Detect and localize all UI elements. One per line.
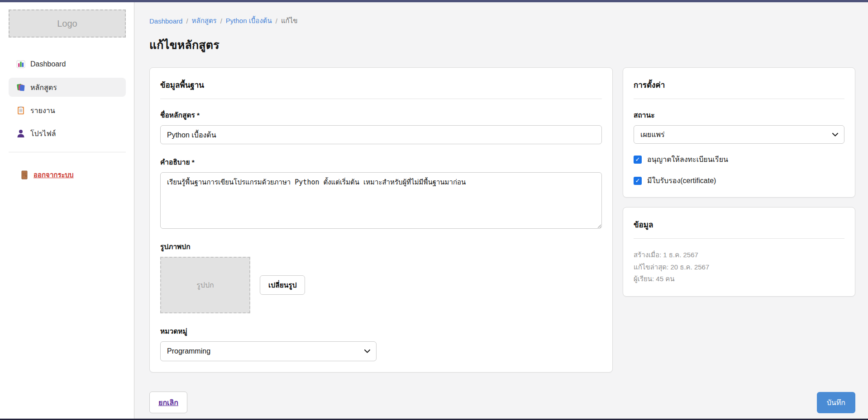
main-content: Dashboard / หลักสูตร / Python เบื้องต้น … <box>134 2 868 420</box>
logo-text: Logo <box>57 19 77 29</box>
description-label: คำอธิบาย * <box>160 156 602 168</box>
change-image-button[interactable]: เปลี่ยนรูป <box>260 275 305 295</box>
logout-link[interactable]: ออกจากระบบ <box>9 170 126 180</box>
sidebar-item-courses[interactable]: หลักสูตร <box>9 78 126 97</box>
card-divider <box>634 99 844 99</box>
description-textarea[interactable]: เรียนรู้พื้นฐานการเขียนโปรแกรมด้วยภาษา P… <box>160 172 602 229</box>
status-label: สถานะ <box>634 109 844 121</box>
sidebar-item-label: หลักสูตร <box>30 82 57 93</box>
last-edited-text: แก้ไขล่าสุด: 20 ธ.ค. 2567 <box>634 261 844 274</box>
checkbox-checked-icon[interactable] <box>634 156 642 164</box>
sidebar-item-label: Dashboard <box>30 60 66 68</box>
breadcrumb-separator: / <box>276 17 277 25</box>
sidebar-item-label: รายงาน <box>30 105 55 116</box>
chevron-down-icon <box>832 133 838 137</box>
course-name-input[interactable] <box>160 125 602 144</box>
books-icon <box>16 83 25 92</box>
card-divider <box>634 238 844 239</box>
clipboard-icon <box>16 106 25 115</box>
door-icon <box>21 170 28 179</box>
allow-enrollment-label: อนุญาตให้ลงทะเบียนเรียน <box>647 154 728 165</box>
app-root: Logo Dashboard หลักสูตร <box>0 0 868 420</box>
sidebar-divider <box>9 152 126 152</box>
window-top-bar <box>0 0 868 2</box>
breadcrumb-separator: / <box>220 17 222 25</box>
cover-placeholder-text: รูปปก <box>196 279 214 291</box>
breadcrumb-current: แก้ไข <box>281 15 298 26</box>
form-actions: ยกเลิก บันทึก <box>149 392 855 413</box>
settings-card: การตั้งค่า สถานะ เผยแพร่ อนุญาตให้ลงทะเบ… <box>623 67 855 198</box>
person-icon <box>16 129 25 138</box>
category-selected-value: Programming <box>167 347 210 355</box>
sidebar-nav: Dashboard หลักสูตร <box>9 55 126 143</box>
sidebar: Logo Dashboard หลักสูตร <box>0 2 134 420</box>
right-column: การตั้งค่า สถานะ เผยแพร่ อนุญาตให้ลงทะเบ… <box>623 67 855 297</box>
info-title: ข้อมูล <box>634 218 844 231</box>
learner-count-text: ผู้เรียน: 45 คน <box>634 273 844 285</box>
breadcrumb: Dashboard / หลักสูตร / Python เบื้องต้น … <box>149 15 855 26</box>
certificate-label: มีใบรับรอง(certificate) <box>647 175 716 186</box>
page-title: แก้ไขหลักสูตร <box>149 36 855 54</box>
created-date-text: สร้างเมื่อ: 1 ธ.ค. 2567 <box>634 249 844 261</box>
status-select[interactable]: เผยแพร่ <box>634 125 844 144</box>
category-select[interactable]: Programming <box>160 341 377 361</box>
content-row: ข้อมูลพื้นฐาน ชื่อหลักสูตร * คำอธิบาย * … <box>149 67 855 373</box>
breadcrumb-link-course[interactable]: Python เบื้องต้น <box>226 15 272 26</box>
logout-label: ออกจากระบบ <box>33 170 74 180</box>
certificate-checkbox-row[interactable]: มีใบรับรอง(certificate) <box>634 175 844 186</box>
status-selected-value: เผยแพร่ <box>640 129 665 140</box>
cover-image-row: รูปปก เปลี่ยนรูป <box>160 257 602 313</box>
info-card: ข้อมูล สร้างเมื่อ: 1 ธ.ค. 2567 แก้ไขล่าส… <box>623 207 855 297</box>
sidebar-item-dashboard[interactable]: Dashboard <box>9 55 126 74</box>
breadcrumb-link-courses[interactable]: หลักสูตร <box>192 15 217 26</box>
category-label: หมวดหมู่ <box>160 326 602 337</box>
checkbox-checked-icon[interactable] <box>634 177 642 185</box>
cancel-button[interactable]: ยกเลิก <box>149 392 187 413</box>
card-divider <box>160 99 602 99</box>
basic-info-title: ข้อมูลพื้นฐาน <box>160 79 602 91</box>
cover-image-placeholder: รูปปก <box>160 257 250 313</box>
cover-image-label: รูปภาพปก <box>160 241 602 252</box>
course-name-label: ชื่อหลักสูตร * <box>160 109 602 121</box>
settings-title: การตั้งค่า <box>634 79 844 91</box>
allow-enrollment-checkbox-row[interactable]: อนุญาตให้ลงทะเบียนเรียน <box>634 154 844 165</box>
save-button[interactable]: บันทึก <box>817 392 855 413</box>
breadcrumb-link-dashboard[interactable]: Dashboard <box>149 17 182 25</box>
sidebar-item-reports[interactable]: รายงาน <box>9 101 126 120</box>
dashboard-chart-icon <box>16 60 25 69</box>
sidebar-item-label: โปรไฟล์ <box>30 128 56 139</box>
sidebar-item-profile[interactable]: โปรไฟล์ <box>9 124 126 143</box>
basic-info-card: ข้อมูลพื้นฐาน ชื่อหลักสูตร * คำอธิบาย * … <box>149 67 613 373</box>
chevron-down-icon <box>364 349 370 353</box>
breadcrumb-separator: / <box>186 17 188 25</box>
logo-placeholder: Logo <box>9 9 126 38</box>
